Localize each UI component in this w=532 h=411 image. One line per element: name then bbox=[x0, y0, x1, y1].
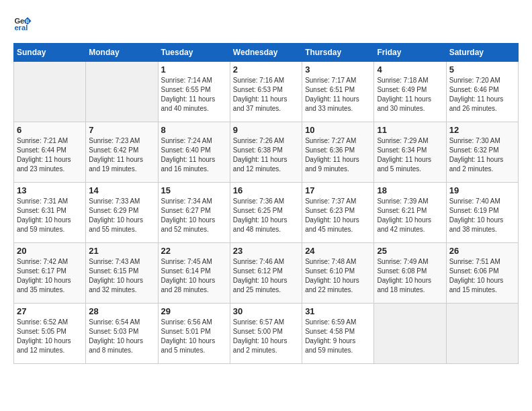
page-header: Gen eral B bbox=[13, 13, 519, 32]
header-day: Wednesday bbox=[230, 44, 302, 62]
calendar-cell: 12Sunrise: 7:30 AM Sunset: 6:32 PM Dayli… bbox=[446, 122, 518, 183]
calendar-cell: 11Sunrise: 7:29 AM Sunset: 6:34 PM Dayli… bbox=[374, 122, 446, 183]
day-number: 4 bbox=[377, 64, 443, 75]
day-info: Sunrise: 7:23 AM Sunset: 6:42 PM Dayligh… bbox=[89, 136, 154, 174]
calendar-cell: 16Sunrise: 7:36 AM Sunset: 6:25 PM Dayli… bbox=[230, 183, 302, 243]
day-info: Sunrise: 7:30 AM Sunset: 6:32 PM Dayligh… bbox=[449, 136, 515, 174]
calendar-cell: 24Sunrise: 7:48 AM Sunset: 6:10 PM Dayli… bbox=[302, 243, 374, 304]
day-info: Sunrise: 6:59 AM Sunset: 4:58 PM Dayligh… bbox=[305, 318, 371, 355]
calendar-cell: 29Sunrise: 6:56 AM Sunset: 5:01 PM Dayli… bbox=[158, 304, 230, 364]
day-info: Sunrise: 6:52 AM Sunset: 5:05 PM Dayligh… bbox=[17, 318, 83, 355]
day-number: 18 bbox=[377, 185, 443, 195]
day-number: 21 bbox=[89, 246, 154, 256]
day-info: Sunrise: 7:17 AM Sunset: 6:51 PM Dayligh… bbox=[305, 76, 371, 113]
header-day: Sunday bbox=[14, 44, 86, 62]
day-number: 13 bbox=[17, 185, 83, 195]
day-number: 28 bbox=[89, 306, 154, 316]
day-number: 26 bbox=[449, 246, 515, 256]
day-number: 31 bbox=[305, 306, 371, 316]
calendar-cell: 20Sunrise: 7:42 AM Sunset: 6:17 PM Dayli… bbox=[14, 243, 86, 304]
day-info: Sunrise: 7:18 AM Sunset: 6:49 PM Dayligh… bbox=[377, 76, 443, 113]
day-number: 9 bbox=[233, 125, 299, 135]
day-info: Sunrise: 7:51 AM Sunset: 6:06 PM Dayligh… bbox=[449, 257, 515, 295]
calendar-cell: 9Sunrise: 7:26 AM Sunset: 6:38 PM Daylig… bbox=[230, 122, 302, 183]
day-info: Sunrise: 7:26 AM Sunset: 6:38 PM Dayligh… bbox=[233, 136, 299, 174]
calendar-cell: 6Sunrise: 7:21 AM Sunset: 6:44 PM Daylig… bbox=[14, 122, 86, 183]
logo-icon: Gen eral B bbox=[13, 13, 32, 32]
day-number: 11 bbox=[377, 125, 443, 135]
day-info: Sunrise: 7:14 AM Sunset: 6:55 PM Dayligh… bbox=[161, 76, 227, 113]
calendar-cell bbox=[14, 62, 86, 122]
day-info: Sunrise: 7:49 AM Sunset: 6:08 PM Dayligh… bbox=[377, 257, 443, 295]
logo: Gen eral B bbox=[13, 13, 35, 32]
day-number: 24 bbox=[305, 246, 371, 256]
day-info: Sunrise: 7:21 AM Sunset: 6:44 PM Dayligh… bbox=[17, 136, 83, 174]
day-number: 17 bbox=[305, 185, 371, 195]
day-info: Sunrise: 7:36 AM Sunset: 6:25 PM Dayligh… bbox=[233, 197, 299, 234]
header-day: Saturday bbox=[446, 44, 518, 62]
calendar-week-row: 13Sunrise: 7:31 AM Sunset: 6:31 PM Dayli… bbox=[14, 183, 519, 243]
header-day: Tuesday bbox=[158, 44, 230, 62]
calendar-week-row: 6Sunrise: 7:21 AM Sunset: 6:44 PM Daylig… bbox=[14, 122, 519, 183]
header-day: Monday bbox=[86, 44, 158, 62]
calendar-cell: 23Sunrise: 7:46 AM Sunset: 6:12 PM Dayli… bbox=[230, 243, 302, 304]
day-number: 19 bbox=[449, 185, 515, 195]
day-info: Sunrise: 7:43 AM Sunset: 6:15 PM Dayligh… bbox=[89, 257, 154, 295]
day-number: 2 bbox=[233, 64, 299, 75]
header-day: Thursday bbox=[302, 44, 374, 62]
calendar-cell: 31Sunrise: 6:59 AM Sunset: 4:58 PM Dayli… bbox=[302, 304, 374, 364]
day-number: 23 bbox=[233, 246, 299, 256]
day-info: Sunrise: 7:39 AM Sunset: 6:21 PM Dayligh… bbox=[377, 197, 443, 234]
day-info: Sunrise: 7:24 AM Sunset: 6:40 PM Dayligh… bbox=[161, 136, 227, 174]
calendar-cell: 5Sunrise: 7:20 AM Sunset: 6:46 PM Daylig… bbox=[446, 62, 518, 122]
day-info: Sunrise: 6:57 AM Sunset: 5:00 PM Dayligh… bbox=[233, 318, 299, 355]
calendar-cell: 8Sunrise: 7:24 AM Sunset: 6:40 PM Daylig… bbox=[158, 122, 230, 183]
calendar-cell: 10Sunrise: 7:27 AM Sunset: 6:36 PM Dayli… bbox=[302, 122, 374, 183]
day-info: Sunrise: 7:48 AM Sunset: 6:10 PM Dayligh… bbox=[305, 257, 371, 295]
calendar-cell: 13Sunrise: 7:31 AM Sunset: 6:31 PM Dayli… bbox=[14, 183, 86, 243]
calendar-week-row: 27Sunrise: 6:52 AM Sunset: 5:05 PM Dayli… bbox=[14, 304, 519, 364]
day-number: 30 bbox=[233, 306, 299, 316]
day-number: 8 bbox=[161, 125, 227, 135]
calendar-cell: 19Sunrise: 7:40 AM Sunset: 6:19 PM Dayli… bbox=[446, 183, 518, 243]
day-number: 20 bbox=[17, 246, 83, 256]
svg-text:eral: eral bbox=[14, 24, 28, 32]
calendar-cell: 15Sunrise: 7:34 AM Sunset: 6:27 PM Dayli… bbox=[158, 183, 230, 243]
calendar-cell: 18Sunrise: 7:39 AM Sunset: 6:21 PM Dayli… bbox=[374, 183, 446, 243]
svg-text:B: B bbox=[26, 19, 29, 24]
day-number: 15 bbox=[161, 185, 227, 195]
day-info: Sunrise: 7:29 AM Sunset: 6:34 PM Dayligh… bbox=[377, 136, 443, 174]
calendar-cell bbox=[86, 62, 158, 122]
calendar-cell: 1Sunrise: 7:14 AM Sunset: 6:55 PM Daylig… bbox=[158, 62, 230, 122]
calendar-cell: 21Sunrise: 7:43 AM Sunset: 6:15 PM Dayli… bbox=[86, 243, 158, 304]
day-info: Sunrise: 7:31 AM Sunset: 6:31 PM Dayligh… bbox=[17, 197, 83, 234]
day-number: 25 bbox=[377, 246, 443, 256]
day-number: 7 bbox=[89, 125, 154, 135]
calendar-cell: 30Sunrise: 6:57 AM Sunset: 5:00 PM Dayli… bbox=[230, 304, 302, 364]
calendar-table: SundayMondayTuesdayWednesdayThursdayFrid… bbox=[13, 43, 519, 364]
calendar-cell: 4Sunrise: 7:18 AM Sunset: 6:49 PM Daylig… bbox=[374, 62, 446, 122]
day-number: 14 bbox=[89, 185, 154, 195]
calendar-cell: 26Sunrise: 7:51 AM Sunset: 6:06 PM Dayli… bbox=[446, 243, 518, 304]
calendar-cell: 7Sunrise: 7:23 AM Sunset: 6:42 PM Daylig… bbox=[86, 122, 158, 183]
day-info: Sunrise: 7:42 AM Sunset: 6:17 PM Dayligh… bbox=[17, 257, 83, 295]
calendar-cell: 3Sunrise: 7:17 AM Sunset: 6:51 PM Daylig… bbox=[302, 62, 374, 122]
day-number: 29 bbox=[161, 306, 227, 316]
calendar-cell: 2Sunrise: 7:16 AM Sunset: 6:53 PM Daylig… bbox=[230, 62, 302, 122]
day-info: Sunrise: 6:54 AM Sunset: 5:03 PM Dayligh… bbox=[89, 318, 154, 355]
day-info: Sunrise: 7:40 AM Sunset: 6:19 PM Dayligh… bbox=[449, 197, 515, 234]
calendar-cell bbox=[374, 304, 446, 364]
calendar-header: SundayMondayTuesdayWednesdayThursdayFrid… bbox=[14, 44, 519, 62]
header-day: Friday bbox=[374, 44, 446, 62]
day-number: 3 bbox=[305, 64, 371, 75]
day-info: Sunrise: 7:20 AM Sunset: 6:46 PM Dayligh… bbox=[449, 76, 515, 113]
day-number: 16 bbox=[233, 185, 299, 195]
day-number: 6 bbox=[17, 125, 83, 135]
day-info: Sunrise: 7:46 AM Sunset: 6:12 PM Dayligh… bbox=[233, 257, 299, 295]
calendar-week-row: 20Sunrise: 7:42 AM Sunset: 6:17 PM Dayli… bbox=[14, 243, 519, 304]
calendar-cell: 17Sunrise: 7:37 AM Sunset: 6:23 PM Dayli… bbox=[302, 183, 374, 243]
calendar-cell: 28Sunrise: 6:54 AM Sunset: 5:03 PM Dayli… bbox=[86, 304, 158, 364]
calendar-cell: 22Sunrise: 7:45 AM Sunset: 6:14 PM Dayli… bbox=[158, 243, 230, 304]
day-number: 27 bbox=[17, 306, 83, 316]
calendar-week-row: 1Sunrise: 7:14 AM Sunset: 6:55 PM Daylig… bbox=[14, 62, 519, 122]
